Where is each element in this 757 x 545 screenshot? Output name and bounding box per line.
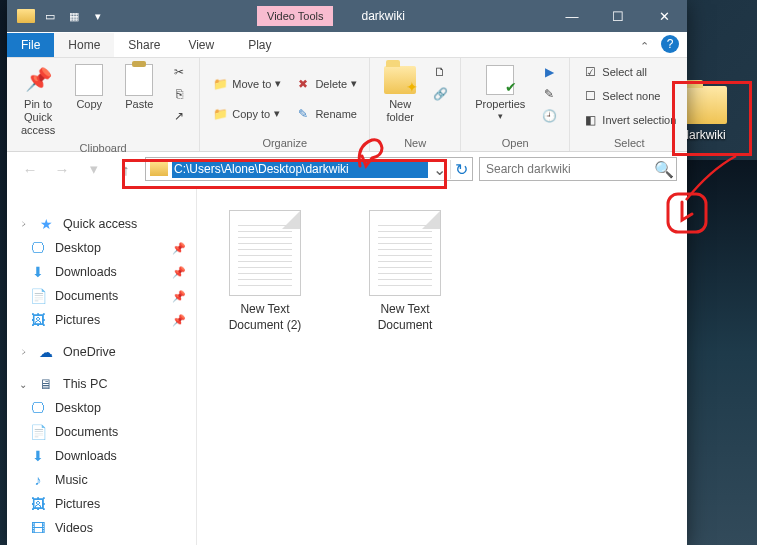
address-bar[interactable]: C:\Users\Alone\Desktop\darkwiki ⌄ ↻ [145, 157, 473, 181]
rename-icon: ✎ [295, 106, 311, 122]
invert-icon: ◧ [582, 112, 598, 128]
qat-dropdown-icon[interactable]: ▾ [87, 5, 109, 27]
open-button[interactable]: ▶ [537, 62, 561, 82]
select-all-button[interactable]: ☑Select all [578, 62, 680, 82]
tab-share[interactable]: Share [114, 33, 174, 57]
file-list-area[interactable]: New Text Document (2) New Text Document [197, 186, 687, 545]
documents-icon: 📄 [29, 424, 47, 440]
properties-icon [484, 64, 516, 96]
tab-file[interactable]: File [7, 33, 54, 57]
pin-to-quick-access-button[interactable]: 📌 Pin to Quick access [15, 62, 61, 140]
move-icon: 📁 [212, 76, 228, 92]
new-folder-button[interactable]: New folder [378, 62, 422, 135]
qat-new-icon[interactable]: ▦ [63, 5, 85, 27]
edit-icon: ✎ [541, 86, 557, 102]
select-all-icon: ☑ [582, 64, 598, 80]
history-button[interactable]: 🕘 [537, 106, 561, 126]
up-button[interactable]: ↑ [113, 156, 139, 182]
nav-desktop[interactable]: 🖵Desktop📌 [7, 236, 196, 260]
paste-button[interactable]: Paste [117, 62, 161, 140]
address-folder-icon [150, 162, 168, 176]
explorer-body: ﹥★Quick access 🖵Desktop📌 ⬇Downloads📌 📄Do… [7, 186, 687, 545]
address-bar-row: ← → ▾ ↑ C:\Users\Alone\Desktop\darkwiki … [7, 152, 687, 186]
documents-icon: 📄 [29, 288, 47, 304]
forward-button[interactable]: → [49, 156, 75, 182]
file-new-text-document[interactable]: New Text Document [355, 210, 455, 333]
downloads-icon: ⬇ [29, 448, 47, 464]
tab-home[interactable]: Home [54, 33, 114, 57]
rename-button[interactable]: ✎Rename [291, 104, 361, 124]
recent-locations-button[interactable]: ▾ [81, 156, 107, 182]
select-none-icon: ☐ [582, 88, 598, 104]
edit-button[interactable]: ✎ [537, 84, 561, 104]
delete-button[interactable]: ✖Delete▾ [291, 74, 361, 94]
nav-this-pc[interactable]: ⌄🖥This PC [7, 372, 196, 396]
help-icon[interactable]: ? [661, 35, 679, 53]
desktop-icon: 🖵 [29, 240, 47, 256]
nav-pictures[interactable]: 🖼Pictures📌 [7, 308, 196, 332]
search-input[interactable] [480, 160, 652, 178]
paste-shortcut-button[interactable]: ↗ [167, 106, 191, 126]
title-bar[interactable]: ▭ ▦ ▾ Video Tools darkwiki — ☐ ✕ [7, 0, 687, 32]
ribbon: 📌 Pin to Quick access Copy Paste ✂ ⎘ ↗ C… [7, 58, 687, 152]
navigation-pane[interactable]: ﹥★Quick access 🖵Desktop📌 ⬇Downloads📌 📄Do… [7, 186, 197, 545]
nav-pc-desktop[interactable]: 🖵Desktop [7, 396, 196, 420]
back-button[interactable]: ← [17, 156, 43, 182]
qat-properties-icon[interactable]: ▭ [39, 5, 61, 27]
search-icon[interactable]: 🔍 [652, 160, 676, 179]
paste-icon [123, 64, 155, 96]
properties-button[interactable]: Properties ▾ [469, 62, 531, 135]
shortcut-icon: ↗ [171, 108, 187, 124]
window-controls: — ☐ ✕ [549, 0, 687, 32]
file-explorer-window: ▭ ▦ ▾ Video Tools darkwiki — ☐ ✕ File Ho… [7, 0, 687, 545]
minimize-button[interactable]: — [549, 0, 595, 32]
new-item-icon: 🗋 [432, 64, 448, 80]
nav-documents[interactable]: 📄Documents📌 [7, 284, 196, 308]
file-new-text-document-2[interactable]: New Text Document (2) [215, 210, 315, 333]
ribbon-collapse-icon[interactable]: ⌃ [632, 36, 657, 57]
new-item-button[interactable]: 🗋 [428, 62, 452, 82]
new-folder-icon [384, 64, 416, 96]
refresh-button[interactable]: ↻ [450, 160, 472, 179]
nav-pc-music[interactable]: ♪Music [7, 468, 196, 492]
path-icon: ⎘ [171, 86, 187, 102]
ribbon-group-select: ☑Select all ☐Select none ◧Invert selecti… [570, 58, 688, 151]
ribbon-tab-row: File Home Share View Play ⌃ ? [7, 32, 687, 58]
copy-to-button[interactable]: 📁Copy to▾ [208, 104, 285, 124]
chevron-down-icon: ▾ [498, 111, 503, 122]
nav-quick-access[interactable]: ﹥★Quick access [7, 212, 196, 236]
easy-access-icon: 🔗 [432, 86, 448, 102]
nav-pc-pictures[interactable]: 🖼Pictures [7, 492, 196, 516]
invert-selection-button[interactable]: ◧Invert selection [578, 110, 680, 130]
cut-button[interactable]: ✂ [167, 62, 191, 82]
nav-onedrive[interactable]: ﹥☁OneDrive [7, 340, 196, 364]
open-icon: ▶ [541, 64, 557, 80]
pin-icon: 📌 [172, 290, 186, 303]
nav-pc-videos[interactable]: 🎞Videos [7, 516, 196, 540]
address-dropdown-icon[interactable]: ⌄ [428, 160, 450, 179]
nav-pc-documents[interactable]: 📄Documents [7, 420, 196, 444]
nav-pc-downloads[interactable]: ⬇Downloads [7, 444, 196, 468]
easy-access-button[interactable]: 🔗 [428, 84, 452, 104]
desktop-icon: 🖵 [29, 400, 47, 416]
tab-view[interactable]: View [174, 33, 228, 57]
quick-access-toolbar: ▭ ▦ ▾ [7, 5, 117, 27]
address-path[interactable]: C:\Users\Alone\Desktop\darkwiki [172, 160, 428, 178]
copy-path-button[interactable]: ⎘ [167, 84, 191, 104]
ribbon-group-organize: 📁Move to▾ 📁Copy to▾ ✖Delete▾ ✎Rename Org… [200, 58, 370, 151]
close-button[interactable]: ✕ [641, 0, 687, 32]
context-tab-video-tools[interactable]: Video Tools [257, 6, 333, 26]
nav-pc-local-disk[interactable]: 🖴Local Disk (C:) [7, 540, 196, 545]
qat-folder-icon[interactable] [15, 5, 37, 27]
group-label-organize: Organize [208, 135, 361, 149]
maximize-button[interactable]: ☐ [595, 0, 641, 32]
copy-icon [73, 64, 105, 96]
copy-button[interactable]: Copy [67, 62, 111, 140]
tab-play[interactable]: Play [234, 33, 285, 57]
search-box[interactable]: 🔍 [479, 157, 677, 181]
group-label-new: New [378, 135, 452, 149]
nav-downloads[interactable]: ⬇Downloads📌 [7, 260, 196, 284]
move-to-button[interactable]: 📁Move to▾ [208, 74, 285, 94]
select-none-button[interactable]: ☐Select none [578, 86, 680, 106]
copy-to-icon: 📁 [212, 106, 228, 122]
